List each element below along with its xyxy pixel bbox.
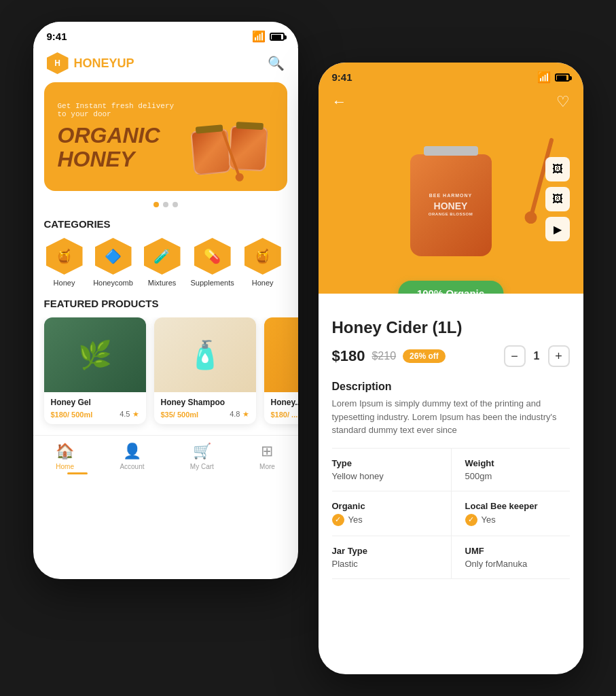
dot-2[interactable] <box>163 202 168 207</box>
cat-icon-mixtures: 🧪 <box>144 238 181 275</box>
jar-sub: ORANGE BLOSSOM <box>429 212 473 218</box>
status-time-home: 9:41 <box>47 31 67 42</box>
detail-content: Honey Cider (1L) $180 $210 26% off − 1 +… <box>319 294 583 593</box>
status-icons-home: 📶 <box>252 30 285 43</box>
favorite-button[interactable]: ♡ <box>556 93 570 111</box>
battery-icon <box>270 33 285 41</box>
product-card-shampoo[interactable]: 🧴 Honey Shampoo $35/ 500ml 4.8 ★ <box>154 317 256 424</box>
spec-weight-label: Weight <box>465 458 570 468</box>
category-supplements[interactable]: 💊 Supplements <box>191 238 234 287</box>
product-img-shampoo: 🧴 <box>154 317 256 392</box>
cart-label: My Cart <box>190 463 214 470</box>
product-info-gel: Honey Gel $180/ 500ml 4.5 ★ <box>44 392 146 424</box>
quantity-value: 1 <box>534 350 540 362</box>
product-title: Honey Cider (1L) <box>332 318 570 337</box>
product-name-shampoo: Honey Shampoo <box>161 398 249 407</box>
cat-label-supplements: Supplements <box>191 279 234 287</box>
category-mixtures[interactable]: 🧪 Mixtures <box>142 238 183 287</box>
spec-jartype: Jar Type Plastic <box>332 536 451 579</box>
spec-organic-value: ✓ Yes <box>332 514 437 526</box>
quantity-decrease[interactable]: − <box>504 345 526 367</box>
search-button[interactable]: 🔍 <box>268 55 285 71</box>
category-honey[interactable]: 🍯 Honey <box>44 238 85 287</box>
side-thumbnails: 🖼 🖼 ▶ <box>545 157 570 241</box>
nav-cart[interactable]: 🛒 My Cart <box>190 442 214 470</box>
categories-title: CATEGORIES <box>33 218 298 238</box>
spec-type: Type Yellow honey <box>332 449 451 491</box>
product-price-honey3: $180/ ... <box>271 411 298 419</box>
thumb-1[interactable]: 🖼 <box>545 157 570 181</box>
banner-jars <box>185 92 274 181</box>
spec-umf-value: Only forManuka <box>465 559 570 569</box>
price-row: $180 $210 26% off − 1 + <box>332 345 570 367</box>
product-card-gel[interactable]: 🌿 Honey Gel $180/ 500ml 4.5 ★ <box>44 317 146 424</box>
status-icons-detail: 📶 <box>537 71 570 84</box>
home-icon: 🏠 <box>56 442 74 460</box>
honey-jar-big: BEE HARMONY HONEY ORANGE BLOSSOM <box>410 154 492 256</box>
featured-title: FEATURED PRODUCTS <box>33 298 298 317</box>
banner-subtitle: Get Instant fresh delivery to your door <box>58 102 185 118</box>
product-bottom-gel: $180/ 500ml 4.5 ★ <box>51 410 139 419</box>
home-label: Home <box>56 463 74 470</box>
check-beekeeper-icon: ✓ <box>465 514 477 526</box>
dot-3[interactable] <box>173 202 178 207</box>
product-bottom-honey3: $180/ ... 4.7 ★ <box>271 410 298 419</box>
product-info-shampoo: Honey Shampoo $35/ 500ml 4.8 ★ <box>154 392 256 424</box>
product-card-honey3[interactable]: 🍯 Honey... $180/ ... 4.7 ★ <box>264 317 298 424</box>
product-price-gel: $180/ 500ml <box>51 411 93 419</box>
cat-icon-honey2: 🍯 <box>244 238 281 275</box>
product-img-honey3: 🍯 <box>264 317 298 392</box>
category-honey2[interactable]: 🍯 Honey <box>242 238 283 287</box>
account-icon: 👤 <box>123 442 141 460</box>
quantity-increase[interactable]: + <box>548 345 570 367</box>
thumb-3[interactable]: ▶ <box>545 217 570 241</box>
promo-banner: Get Instant fresh delivery to your door … <box>44 82 287 191</box>
banner-text: Get Instant fresh delivery to your door … <box>58 102 185 171</box>
spec-beekeeper-value: ✓ Yes <box>465 514 570 526</box>
spec-weight-value: 500gm <box>465 471 570 481</box>
jar-brand: BEE HARMONY <box>429 192 473 198</box>
logo-up: UP <box>117 56 134 70</box>
cat-icon-honey: 🍯 <box>46 238 83 275</box>
status-time-detail: 9:41 <box>332 71 352 83</box>
banner-dots <box>33 202 298 207</box>
cat-icon-honeycomb: 🔷 <box>95 238 132 275</box>
wifi-icon: 📶 <box>252 30 266 43</box>
specs-grid: Type Yellow honey Weight 500gm Organic ✓… <box>332 448 570 579</box>
more-label: More <box>259 463 275 470</box>
bottom-nav: 🏠 Home 👤 Account 🛒 My Cart ⊞ More <box>33 435 298 484</box>
logo-honey: HONEY <box>74 56 117 70</box>
logo-area: H HONEYUP <box>47 52 134 74</box>
back-button[interactable]: ← <box>332 93 347 111</box>
wifi-icon-detail: 📶 <box>537 71 551 84</box>
screens-container: 9:41 📶 H HONEYUP 🔍 Get Instant fresh del… <box>33 22 583 674</box>
home-header: H HONEYUP 🔍 <box>33 47 298 82</box>
nav-more[interactable]: ⊞ More <box>259 442 275 470</box>
spec-beekeeper: Local Bee keeper ✓ Yes <box>451 491 570 536</box>
phone-detail: 9:41 📶 ← ♡ BEE HARMONY HONEY ORANGE BLOS… <box>319 63 583 674</box>
nav-account[interactable]: 👤 Account <box>120 442 144 470</box>
jar-label: BEE HARMONY HONEY ORANGE BLOSSOM <box>423 179 478 231</box>
price-new: $180 <box>332 347 365 365</box>
dot-1[interactable] <box>153 202 159 207</box>
detail-nav: ← ♡ <box>319 88 583 116</box>
description-text: Lorem Ipsum is simply dummy text of the … <box>332 397 570 437</box>
spec-organic-label: Organic <box>332 501 437 511</box>
spec-type-label: Type <box>332 458 437 468</box>
quantity-control: − 1 + <box>504 345 570 367</box>
category-honeycomb[interactable]: 🔷 Honeycomb <box>93 238 134 287</box>
check-organic-icon: ✓ <box>332 514 344 526</box>
nav-home[interactable]: 🏠 Home <box>56 442 74 470</box>
product-price-shampoo: $35/ 500ml <box>161 411 199 419</box>
cart-icon: 🛒 <box>193 442 211 460</box>
account-label: Account <box>120 463 144 470</box>
spec-jartype-value: Plastic <box>332 559 437 569</box>
nav-indicator <box>67 472 88 474</box>
product-main-image: BEE HARMONY HONEY ORANGE BLOSSOM 🖼 🖼 ▶ 1… <box>319 116 583 294</box>
thumb-2[interactable]: 🖼 <box>545 187 570 211</box>
product-bottom-shampoo: $35/ 500ml 4.8 ★ <box>161 410 249 419</box>
product-name-honey3: Honey... <box>271 398 298 407</box>
spec-type-value: Yellow honey <box>332 471 437 481</box>
logo-text: HONEYUP <box>74 56 134 71</box>
product-info-honey3: Honey... $180/ ... 4.7 ★ <box>264 392 298 424</box>
